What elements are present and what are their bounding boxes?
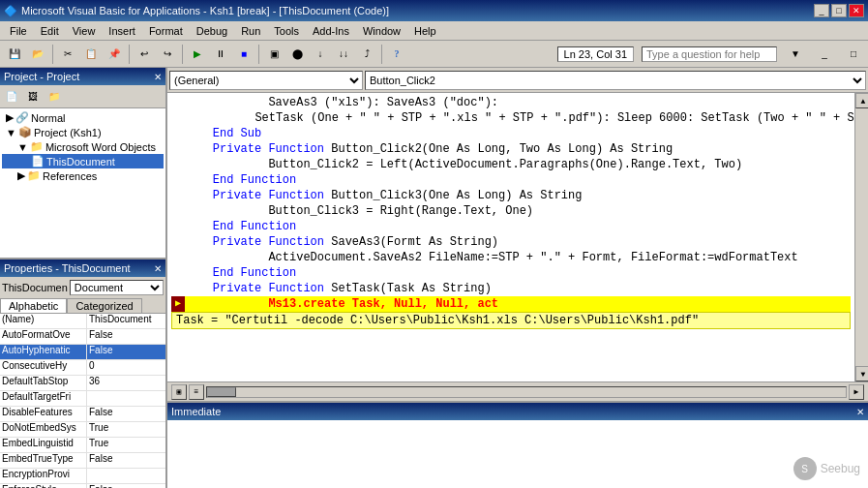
menu-insert[interactable]: Insert bbox=[103, 23, 141, 39]
immediate-header: Immediate ✕ bbox=[167, 403, 868, 420]
redo-btn[interactable]: ↪ bbox=[157, 44, 178, 65]
menu-format[interactable]: Format bbox=[143, 23, 189, 39]
props-row-default-target: DefaultTargetFri bbox=[0, 391, 165, 407]
props-row-embed-true: EmbedTrueType False bbox=[0, 453, 165, 469]
tree-item-normal[interactable]: ▶ 🔗 Normal bbox=[2, 110, 164, 125]
code-line-8: Button_Click3 = Right(Range.Text, One) bbox=[171, 203, 851, 219]
title-text: Microsoft Visual Basic for Applications … bbox=[21, 5, 389, 16]
toggle-folders-btn[interactable]: 📁 bbox=[45, 88, 64, 106]
props-row-autohyph[interactable]: AutoHyphenatic False bbox=[0, 345, 165, 360]
minimize-editor-btn[interactable]: _ bbox=[814, 44, 835, 65]
h-scroll-thumb[interactable] bbox=[207, 387, 236, 397]
title-bar-buttons: _ □ ✕ bbox=[814, 4, 864, 17]
task-bar-text: Task = "Certutil -decode C:\Users\Public… bbox=[176, 313, 699, 328]
project-panel-close[interactable]: ✕ bbox=[154, 72, 162, 82]
stepout-btn[interactable]: ⤴ bbox=[356, 44, 377, 65]
view-proc-mode-btn[interactable]: ≡ bbox=[189, 384, 204, 400]
menu-edit[interactable]: Edit bbox=[35, 23, 65, 39]
view-object-btn[interactable]: 🖼 bbox=[23, 88, 43, 106]
ask-dropdown[interactable]: ▼ bbox=[785, 44, 806, 65]
tree-item-project[interactable]: ▼ 📦 Project (Ksh1) bbox=[2, 125, 164, 139]
immediate-panel: Immediate ✕ S Seebug bbox=[167, 401, 868, 488]
immediate-content[interactable]: S Seebug bbox=[167, 420, 868, 488]
tree-item-this-document[interactable]: 📄 ThisDocument bbox=[2, 154, 164, 168]
code-area[interactable]: SaveAs3 ("xls"): SaveAs3 ("doc"): SetTas… bbox=[167, 93, 854, 381]
props-row-default-tab: DefaultTabStop 36 bbox=[0, 376, 165, 391]
userform-btn[interactable]: ▣ bbox=[263, 44, 284, 65]
close-button[interactable]: ✕ bbox=[849, 4, 864, 17]
toolbar-sep4 bbox=[258, 45, 259, 64]
properties-type-select[interactable]: Document bbox=[70, 280, 164, 295]
h-scroll-right-btn[interactable]: ▶ bbox=[849, 384, 864, 400]
seebug-logo: S bbox=[793, 457, 817, 480]
properties-title: Properties - ThisDocument bbox=[4, 262, 131, 274]
props-row-disable: DisableFeatures False bbox=[0, 407, 165, 422]
view-object-mode-btn[interactable]: ▣ bbox=[171, 384, 187, 400]
immediate-close[interactable]: ✕ bbox=[856, 407, 864, 417]
code-main: SaveAs3 ("xls"): SaveAs3 ("doc"): SetTas… bbox=[167, 93, 868, 381]
tab-categorized[interactable]: Categorized bbox=[67, 298, 141, 313]
code-line-14: ▶ Ms13.create Task, Null, Null, act bbox=[171, 296, 851, 312]
code-select-proc[interactable]: Button_Click2 bbox=[365, 71, 866, 90]
code-line-5: Button_Click2 = Left(ActiveDocument.Para… bbox=[171, 157, 851, 172]
ask-input[interactable] bbox=[642, 46, 777, 62]
tab-alphabetic[interactable]: Alphabetic bbox=[0, 298, 67, 313]
code-line-6: End Function bbox=[171, 172, 851, 188]
stop-btn[interactable]: ■ bbox=[233, 44, 254, 65]
menu-addins[interactable]: Add-Ins bbox=[307, 23, 355, 39]
properties-table: (Name) ThisDocument AutoFormatOve False … bbox=[0, 314, 165, 488]
toolbar-sep1 bbox=[52, 45, 53, 64]
copy-btn[interactable]: 📋 bbox=[80, 44, 102, 65]
props-row-encryption: EncryptionProvi bbox=[0, 469, 165, 484]
menu-help[interactable]: Help bbox=[408, 23, 442, 39]
code-line-13: Private Function SetTask(Task As String) bbox=[171, 281, 851, 296]
menu-run[interactable]: Run bbox=[235, 23, 266, 39]
tree-item-word-objects[interactable]: ▼ 📁 Microsoft Word Objects bbox=[2, 139, 164, 154]
menu-view[interactable]: View bbox=[67, 23, 102, 39]
scroll-track[interactable] bbox=[855, 108, 868, 366]
properties-tabs: Alphabetic Categorized bbox=[0, 298, 165, 314]
step-btn[interactable]: ↓ bbox=[310, 44, 331, 65]
properties-header: Properties - ThisDocument ✕ bbox=[0, 259, 165, 277]
breakpoint-btn[interactable]: ⬤ bbox=[286, 44, 308, 65]
restore-editor-btn[interactable]: □ bbox=[843, 44, 864, 65]
right-scrollbar[interactable]: ▲ ▼ bbox=[854, 93, 868, 381]
code-select-object[interactable]: (General) bbox=[169, 71, 363, 90]
save-btn[interactable]: 💾 bbox=[4, 44, 25, 65]
run-btn[interactable]: ▶ bbox=[187, 44, 208, 65]
menu-window[interactable]: Window bbox=[357, 23, 406, 39]
props-row-donot: DoNotEmbedSys True bbox=[0, 422, 165, 438]
code-line-11: ActiveDocument.SaveAs2 FileName:=STP + "… bbox=[171, 250, 851, 265]
restore-button[interactable]: □ bbox=[831, 4, 847, 17]
menu-bar: File Edit View Insert Format Debug Run T… bbox=[0, 21, 868, 41]
seebug-watermark: S Seebug bbox=[793, 457, 860, 480]
menu-debug[interactable]: Debug bbox=[191, 23, 233, 39]
main-layout: Project - Project ✕ 📄 🖼 📁 ▶ 🔗 Normal ▼ 📦… bbox=[0, 68, 868, 488]
cut-btn[interactable]: ✂ bbox=[57, 44, 78, 65]
menu-file[interactable]: File bbox=[4, 23, 33, 39]
horizontal-scrollbar[interactable] bbox=[206, 386, 847, 398]
minimize-button[interactable]: _ bbox=[814, 4, 829, 17]
scroll-up-btn[interactable]: ▲ bbox=[855, 93, 868, 108]
toolbar-sep2 bbox=[129, 45, 130, 64]
open-btn[interactable]: 📂 bbox=[27, 44, 48, 65]
code-line-10: Private Function SaveAs3(Formt As String… bbox=[171, 234, 851, 250]
toolbar-sep3 bbox=[182, 45, 183, 64]
menu-tools[interactable]: Tools bbox=[268, 23, 305, 39]
help-btn[interactable]: ? bbox=[386, 44, 407, 65]
code-line-7: Private Function Button_Click3(One As Lo… bbox=[171, 188, 851, 203]
code-panel: (General) Button_Click2 SaveAs3 ("xls"):… bbox=[167, 68, 868, 401]
project-tree: ▶ 🔗 Normal ▼ 📦 Project (Ksh1) ▼ 📁 Micros… bbox=[0, 108, 165, 258]
title-bar: 🔷 Microsoft Visual Basic for Application… bbox=[0, 0, 868, 21]
code-bottom-bar: ▣ ≡ ▶ bbox=[167, 381, 868, 401]
view-code-btn[interactable]: 📄 bbox=[2, 88, 21, 106]
paste-btn[interactable]: 📌 bbox=[104, 44, 125, 65]
stepover-btn[interactable]: ↓↓ bbox=[333, 44, 354, 65]
undo-btn[interactable]: ↩ bbox=[134, 44, 155, 65]
pause-btn[interactable]: ⏸ bbox=[210, 44, 231, 65]
title-bar-left: 🔷 Microsoft Visual Basic for Application… bbox=[4, 5, 389, 17]
tree-item-references[interactable]: ▶ 📁 References bbox=[2, 168, 164, 183]
properties-close[interactable]: ✕ bbox=[154, 263, 162, 274]
toolbar-right: Ln 23, Col 31 ▼ _ □ bbox=[557, 44, 864, 65]
scroll-down-btn[interactable]: ▼ bbox=[855, 366, 868, 381]
